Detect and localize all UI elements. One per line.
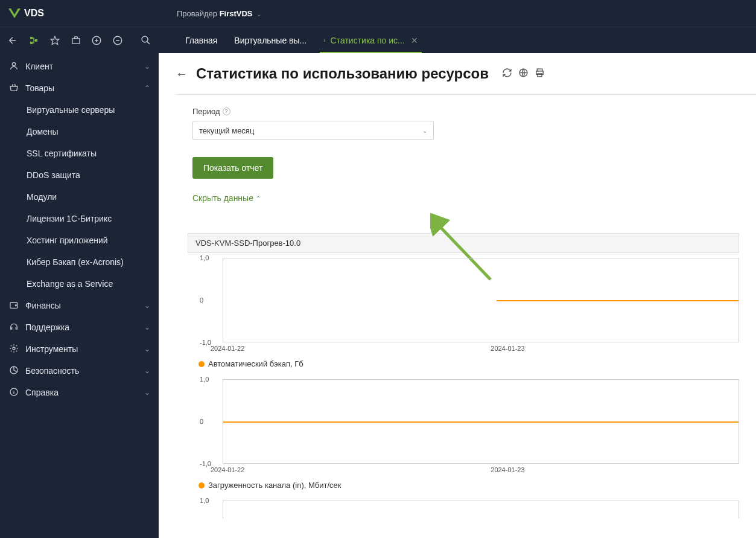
sidebar-sub-exchange[interactable]: Exchange as a Service xyxy=(0,273,159,295)
back-arrow-icon[interactable]: ← xyxy=(176,67,188,81)
back-icon[interactable] xyxy=(7,34,19,47)
period-select[interactable]: текущий месяц ⌄ xyxy=(192,121,434,140)
help-icon[interactable]: ? xyxy=(223,107,230,115)
logo-text: VDS xyxy=(24,8,44,19)
chevron-down-icon: ⌄ xyxy=(144,62,150,71)
chart-title: VDS-KVM-SSD-Прогрев-10.0 xyxy=(188,233,739,253)
toolbar: Главная Виртуальные вы... › Статистика п… xyxy=(0,27,756,53)
print-icon[interactable] xyxy=(535,68,545,80)
svg-rect-2 xyxy=(30,42,33,44)
provider-label[interactable]: Провайдер FirstVDS ⌄ xyxy=(177,9,261,18)
chart-partial: 1,0 xyxy=(205,501,739,519)
chevron-up-icon: ⌃ xyxy=(256,195,261,202)
info-icon xyxy=(8,387,19,399)
chart-legend-2: Загруженность канала (in), Мбит/сек xyxy=(199,481,739,490)
tab-main[interactable]: Главная xyxy=(177,27,226,53)
topbar: st VDS Провайдер FirstVDS ⌄ xyxy=(0,0,756,27)
basket-icon xyxy=(8,83,19,94)
chevron-right-icon: › xyxy=(323,37,325,43)
sidebar-item-products[interactable]: Товары ⌃ xyxy=(0,77,159,99)
pie-icon xyxy=(8,365,19,377)
page-title: Статистика по использованию ресурсов xyxy=(196,65,489,82)
refresh-icon[interactable] xyxy=(502,68,512,80)
sidebar-item-tools[interactable]: Инструменты ⌄ xyxy=(0,338,159,360)
briefcase-icon[interactable] xyxy=(70,34,81,47)
tree-icon[interactable] xyxy=(28,34,40,47)
sidebar-sub-hosting[interactable]: Хостинг приложений xyxy=(0,229,159,251)
chevron-down-icon: ⌄ xyxy=(144,345,150,353)
sidebar-sub-backup[interactable]: Кибер Бэкап (ex-Acronis) xyxy=(0,251,159,273)
chevron-down-icon: ⌄ xyxy=(144,388,150,397)
legend-dot-icon xyxy=(199,361,205,367)
sidebar-sub-ssl[interactable]: SSL сертификаты xyxy=(0,143,159,164)
svg-rect-3 xyxy=(35,39,37,42)
gear-icon xyxy=(8,344,19,355)
sidebar-sub-ddos[interactable]: DDoS защита xyxy=(0,164,159,186)
user-icon xyxy=(8,61,19,72)
chevron-down-icon: ⌄ xyxy=(256,11,261,18)
svg-point-12 xyxy=(13,347,15,350)
chart-legend: Автоматический бэкап, Гб xyxy=(199,359,739,368)
tab-stats[interactable]: › Статистика по ис... ✕ xyxy=(315,27,427,53)
sidebar-sub-domains[interactable]: Домены xyxy=(0,121,159,143)
show-report-button[interactable]: Показать отчет xyxy=(192,157,273,179)
sidebar-item-support[interactable]: Поддержка ⌄ xyxy=(0,316,159,338)
sidebar-item-security[interactable]: Безопасность ⌄ xyxy=(0,360,159,382)
svg-rect-5 xyxy=(72,38,80,43)
sidebar-item-help[interactable]: Справка ⌄ xyxy=(0,382,159,403)
logo[interactable]: st VDS xyxy=(7,7,44,19)
svg-marker-4 xyxy=(51,36,59,44)
close-icon[interactable]: ✕ xyxy=(411,36,418,45)
globe-icon[interactable] xyxy=(518,68,529,80)
headset-icon xyxy=(8,322,19,333)
sidebar-sub-bitrix[interactable]: Лицензии 1С-Битрикс xyxy=(0,208,159,229)
search-icon[interactable] xyxy=(140,34,151,47)
sidebar-sub-modules[interactable]: Модули xyxy=(0,186,159,208)
tabs: Главная Виртуальные вы... › Статистика п… xyxy=(159,27,427,53)
minus-circle-icon[interactable] xyxy=(112,34,124,47)
chevron-down-icon: ⌄ xyxy=(422,127,427,134)
wallet-icon xyxy=(8,300,19,312)
sidebar: Клиент ⌄ Товары ⌃ Виртуальные серверы До… xyxy=(0,53,159,538)
chevron-down-icon: ⌄ xyxy=(144,323,150,331)
chevron-down-icon: ⌄ xyxy=(144,301,150,310)
sidebar-item-client[interactable]: Клиент ⌄ xyxy=(0,56,159,77)
tab-virtual[interactable]: Виртуальные вы... xyxy=(226,27,315,53)
chevron-down-icon: ⌄ xyxy=(144,367,150,375)
chart-backup: 1,0 0 -1,0 xyxy=(205,258,739,342)
chart-channel: 1,0 0 -1,0 xyxy=(205,379,739,464)
star-icon[interactable] xyxy=(49,34,60,47)
main-content: ← Статистика по использованию ресурсов П… xyxy=(159,53,756,538)
hide-data-link[interactable]: Скрыть данные ⌃ xyxy=(192,193,739,203)
period-label: Период ? xyxy=(192,107,739,116)
chevron-up-icon: ⌃ xyxy=(144,84,150,92)
plus-circle-icon[interactable] xyxy=(91,34,103,47)
sidebar-sub-vservers[interactable]: Виртуальные серверы xyxy=(0,99,159,121)
logo-icon: st xyxy=(7,7,22,19)
legend-dot-icon xyxy=(199,482,205,488)
svg-rect-1 xyxy=(30,37,33,39)
svg-point-11 xyxy=(15,304,16,306)
svg-text:st: st xyxy=(17,8,20,11)
svg-point-8 xyxy=(142,36,148,42)
sidebar-item-finance[interactable]: Финансы ⌄ xyxy=(0,295,159,316)
svg-point-9 xyxy=(12,62,15,65)
